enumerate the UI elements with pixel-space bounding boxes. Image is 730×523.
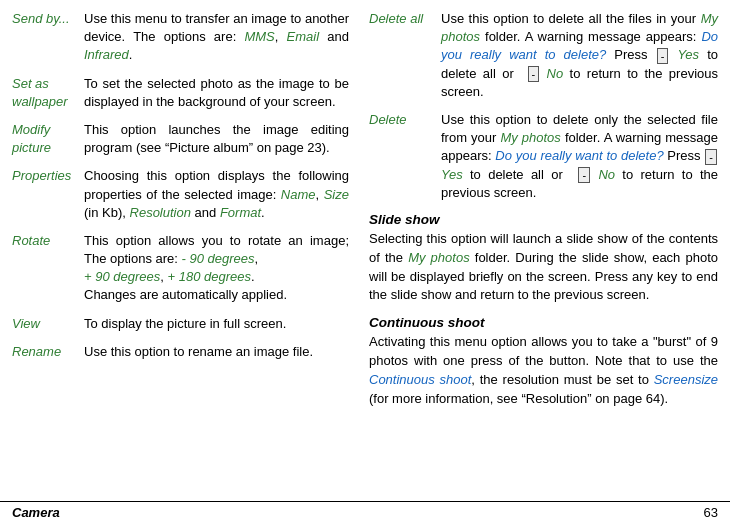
right-column: Delete all Use this option to delete all… [365,10,718,497]
link-size: Size [324,187,349,202]
entry-rename: Rename Use this option to rename an imag… [12,343,349,361]
term-view: View [12,315,84,333]
def-rename: Use this option to rename an image file. [84,343,349,361]
link-screensize: Screensize [654,372,718,387]
link-resolution: Resolution [130,205,191,220]
link-do-you-really-2: Do you really want to delete? [495,148,663,163]
link-continuous-shoot: Continuous shoot [369,372,471,387]
link-plus180: + 180 degrees [168,269,251,284]
btn-yes-1: ‐ [657,48,669,64]
footer-page-number: 63 [704,505,718,520]
link-plus90: + 90 degrees [84,269,160,284]
term-modify-picture: Modifypicture [12,121,84,157]
def-modify-picture: This option launches the image editing p… [84,121,349,157]
link-email: Email [287,29,320,44]
content-area: Send by... Use this menu to transfer an … [0,0,730,501]
term-properties: Properties [12,167,84,222]
entry-view: View To display the picture in full scre… [12,315,349,333]
btn-no-1: ‐ [528,66,540,82]
footer: Camera 63 [0,501,730,523]
link-no-2: No [598,167,615,182]
entry-delete: Delete Use this option to delete only th… [369,111,718,202]
section-body-continuous-shoot: Activating this menu option allows you t… [369,333,718,408]
term-rotate: Rotate [12,232,84,305]
page: Send by... Use this menu to transfer an … [0,0,730,523]
term-rename: Rename [12,343,84,361]
term-delete: Delete [369,111,441,202]
link-my-photos-1: My photos [441,11,718,44]
link-infrared: Infrared [84,47,129,62]
link-no-1: No [547,66,564,81]
def-delete: Use this option to delete only the selec… [441,111,718,202]
link-name: Name [281,187,316,202]
section-title-continuous-shoot: Continuous shoot [369,315,718,330]
entry-send-by: Send by... Use this menu to transfer an … [12,10,349,65]
term-set-as-wallpaper: Set aswallpaper [12,75,84,111]
left-column: Send by... Use this menu to transfer an … [12,10,365,497]
def-send-by: Use this menu to transfer an image to an… [84,10,349,65]
btn-yes-2: ‐ [705,149,717,165]
term-delete-all: Delete all [369,10,441,101]
entry-modify-picture: Modifypicture This option launches the i… [12,121,349,157]
link-my-photos-2: My photos [500,130,560,145]
def-rotate: This option allows you to rotate an imag… [84,232,349,305]
link-format: Format [220,205,261,220]
entry-delete-all: Delete all Use this option to delete all… [369,10,718,101]
link-yes-1: Yes [677,47,699,62]
link-my-photos-3: My photos [408,250,469,265]
entry-rotate: Rotate This option allows you to rotate … [12,232,349,305]
def-set-as-wallpaper: To set the selected photo as the image t… [84,75,349,111]
link-minus90: - 90 degrees [182,251,255,266]
footer-chapter-label: Camera [12,505,60,520]
btn-no-2: ‐ [578,167,590,183]
def-view: To display the picture in full screen. [84,315,349,333]
link-yes-2: Yes [441,167,463,182]
entry-properties: Properties Choosing this option displays… [12,167,349,222]
def-properties: Choosing this option displays the follow… [84,167,349,222]
def-delete-all: Use this option to delete all the files … [441,10,718,101]
section-body-slideshow: Selecting this option will launch a slid… [369,230,718,305]
link-mms: MMS [244,29,274,44]
term-send-by: Send by... [12,10,84,65]
entry-set-as-wallpaper: Set aswallpaper To set the selected phot… [12,75,349,111]
section-title-slideshow: Slide show [369,212,718,227]
